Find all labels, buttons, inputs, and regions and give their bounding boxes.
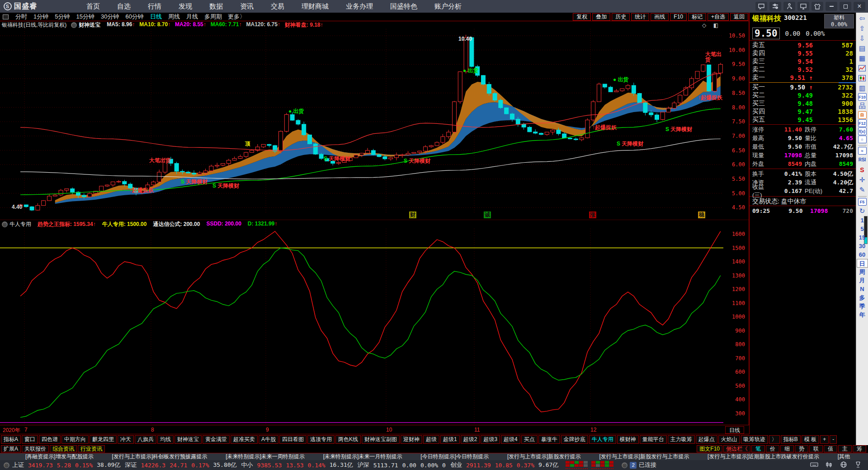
indicator-tab--[interactable]: - — [830, 435, 837, 444]
period-tab-60分钟[interactable]: 60分钟 — [125, 13, 143, 21]
custom-icon[interactable]: 自 — [858, 111, 867, 119]
indicator-name[interactable]: 牛人专用 — [9, 221, 31, 228]
kline-icon[interactable] — [858, 73, 867, 83]
strip-period-季[interactable]: 季 — [857, 302, 868, 310]
tool-button-F10[interactable]: F10 — [670, 13, 687, 21]
layout-grid-icon[interactable] — [3, 14, 9, 19]
fx-icon[interactable]: f(x) — [858, 127, 867, 135]
indicator-tab-麒龙四里[interactable]: 麒龙四里 — [90, 435, 117, 444]
s-mark-icon[interactable]: S — [858, 165, 867, 174]
menu-item-账户分析[interactable]: 账户分析 — [434, 2, 462, 11]
mini-tab-势[interactable]: 势 — [795, 445, 808, 452]
indicator-tab-+[interactable]: + — [820, 435, 829, 444]
period-tab-15分钟[interactable]: 15分钟 — [76, 13, 94, 21]
tool-button-统计[interactable]: 统计 — [631, 13, 649, 21]
ticker-item[interactable]: [未来特别提示]未来一周特别提示 — [226, 453, 305, 460]
indicator-tab-主力吸筹[interactable]: 主力吸筹 — [668, 435, 695, 444]
index-quote-创业[interactable]: 创业2911.3910.850.37%9.67亿 — [450, 461, 558, 469]
globe-icon[interactable] — [840, 461, 847, 470]
collapse-icon[interactable]: ◎ — [2, 221, 8, 227]
overlay-indicator-name[interactable]: 财神送宝 — [79, 21, 100, 29]
status-menu-icon[interactable]: ◎ — [4, 462, 9, 468]
indicator-tab-超级1[interactable]: 超级1 — [440, 435, 460, 444]
period-tab-月线[interactable]: 月线 — [186, 13, 198, 21]
tool-button-叠加[interactable]: 叠加 — [592, 13, 610, 21]
strip-period-月[interactable]: 月 — [857, 276, 868, 285]
menu-item-发现[interactable]: 发现 — [179, 2, 192, 11]
info-tab-行业资讯[interactable]: 行业资讯 — [78, 445, 105, 452]
indicator-tab-冲天[interactable]: 冲天 — [118, 435, 134, 444]
wave-icon[interactable]: ≈ — [858, 147, 867, 155]
side-button-侧边栏《[interactable]: 侧边栏《 — [723, 445, 750, 452]
indicator-tab-〉[interactable]: 〉 — [769, 435, 780, 444]
indicator-tab-吸筹轨迹[interactable]: 吸筹轨迹 — [741, 435, 768, 444]
tick-list[interactable]: 09:259.5017098720 — [750, 206, 856, 215]
strip-period-60[interactable]: 60 — [857, 250, 868, 259]
tool-button-复权[interactable]: 复权 — [573, 13, 591, 21]
indicator-tab-四目看图[interactable]: 四目看图 — [279, 435, 307, 444]
indicator-tab-模 板[interactable]: 模 板 — [802, 435, 819, 444]
indicator-tab-A牛股[interactable]: A牛股 — [259, 435, 278, 444]
ticker-item[interactable]: [未来特别提示]未来一月特别提示 — [323, 453, 402, 460]
menu-item-业务办理[interactable]: 业务办理 — [346, 2, 373, 11]
indicator-tab-中期方向[interactable]: 中期方向 — [61, 435, 89, 444]
menu-item-自选[interactable]: 自选 — [117, 2, 131, 11]
sector-badge[interactable]: 塑料 0.00% — [824, 14, 854, 28]
strip-period-多[interactable]: 多 — [857, 293, 868, 302]
menu-item-交易[interactable]: 交易 — [271, 2, 284, 11]
indicator-tab-均线[interactable]: 均线 — [157, 435, 174, 444]
refresh-icon[interactable]: ↻ — [858, 206, 867, 216]
ticker-item[interactable]: [发行与上市提示]近期新股上市跌破发行价提示 — [708, 453, 819, 460]
side-button-图文F10[interactable]: 图文F10 — [697, 445, 722, 452]
indicator-tab-指标A[interactable]: 指标A — [1, 435, 21, 444]
indicator-tab-超级[interactable]: 超级 — [423, 435, 439, 444]
period-tab-1分钟[interactable]: 1分钟 — [33, 13, 48, 21]
indicator-tab-横财神[interactable]: 横财神 — [617, 435, 639, 444]
news-icon[interactable]: ▥ — [858, 83, 867, 93]
mini-tab-值[interactable]: 值 — [824, 445, 837, 452]
candlestick-chart[interactable]: 4.40↑起爆捉妖大笔出货S 天降横财S 天降横财顶● 出货S 天降横财S 天降… — [0, 29, 723, 212]
maximize-button[interactable] — [840, 2, 851, 11]
ticker-item[interactable]: [今日特别提示]今日特别提示 — [420, 453, 489, 460]
message-icon[interactable] — [755, 2, 767, 11]
close-button[interactable]: × — [854, 2, 865, 11]
ticker-item[interactable]: [发行与上市提示]新股发行提示 — [507, 453, 581, 460]
tool-button-画线[interactable]: 画线 — [651, 13, 669, 21]
move-icon[interactable]: ✛ — [858, 175, 867, 184]
relation-icon[interactable]: 品 — [858, 101, 867, 111]
indicator-tab-指标B[interactable]: 指标B — [781, 435, 801, 444]
collapse-icon[interactable]: ◎ — [71, 22, 77, 28]
trophy-icon[interactable] — [854, 461, 862, 470]
indicator-tab-买点[interactable]: 买点 — [521, 435, 538, 444]
strip-period-15[interactable]: 15 — [857, 233, 868, 242]
period-tab-30分钟[interactable]: 30分钟 — [101, 13, 119, 21]
index-quote-深证[interactable]: 深证14226.324.710.17%35.80亿 — [125, 461, 236, 469]
quote-list-icon[interactable]: ▦ — [858, 53, 867, 63]
menu-item-理财商城[interactable]: 理财商城 — [302, 2, 329, 11]
back-arrow-icon[interactable]: ⇦ — [858, 14, 867, 23]
tool-button-历史[interactable]: 历史 — [612, 13, 630, 21]
f10-icon[interactable]: F10 — [858, 93, 867, 101]
menu-item-国盛特色[interactable]: 国盛特色 — [390, 2, 417, 11]
report-icon[interactable]: ▤ — [858, 43, 867, 53]
indicator-chart[interactable] — [0, 229, 723, 425]
indicator-tab-暴涨牛[interactable]: 暴涨牛 — [538, 435, 560, 444]
strip-period-日[interactable]: 日 — [857, 259, 868, 268]
mini-tab-价[interactable]: 价 — [766, 445, 779, 452]
monitor-icon[interactable] — [797, 2, 809, 11]
tool-button-标记[interactable]: 标记 — [688, 13, 706, 21]
tool-button-+自选[interactable]: +自选 — [708, 13, 729, 21]
info-tab-关联报价[interactable]: 关联报价 — [22, 445, 49, 452]
ticker-item[interactable]: [其他 — [838, 453, 850, 460]
down-arrow-icon[interactable]: ⇩ — [858, 33, 867, 43]
pencil-icon[interactable]: ✎ — [858, 185, 867, 194]
mini-tab-联[interactable]: 联 — [809, 445, 823, 452]
menu-item-数据[interactable]: 数据 — [209, 2, 223, 11]
menu-item-行情[interactable]: 行情 — [148, 2, 161, 11]
ticker-item[interactable]: [发行与上市提示]科创板发行预披露提示 — [112, 453, 208, 460]
strip-period-30[interactable]: 30 — [857, 242, 868, 250]
period-tab-周线[interactable]: 周线 — [168, 13, 180, 21]
indicator-tab-金牌抄底[interactable]: 金牌抄底 — [561, 435, 588, 444]
indicator-tab-黄金满堂[interactable]: 黄金满堂 — [203, 435, 230, 444]
index-quote-中小[interactable]: 中小9385.5313.530.14%16.31亿 — [241, 461, 353, 469]
